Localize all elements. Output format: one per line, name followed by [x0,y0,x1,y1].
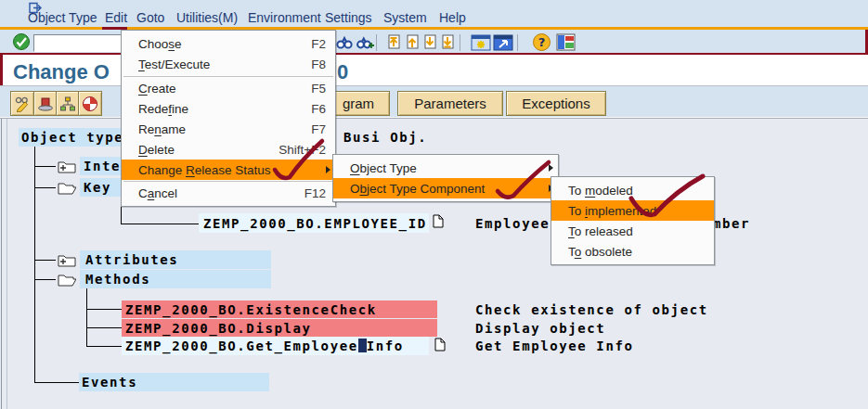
menubar-item-edit[interactable]: Edit [105,9,127,26]
submenu-item-to-obsolete[interactable]: To obsolete [551,241,714,262]
menu-shortcut: F2 [311,37,326,51]
tree-node-methods-label: Methods [85,272,150,287]
menu-item-label: Delete [138,143,175,157]
parameters-button[interactable]: Parameters [397,91,503,116]
menu-shortcut: F5 [311,82,326,96]
tree-node-interfaces-label: Inte [84,159,121,173]
folder-open-icon [58,180,76,198]
tree-line [34,382,80,383]
tree-line [86,309,122,310]
object-hierarchy-button[interactable] [56,91,80,116]
submenu-item-to-released[interactable]: To released [551,221,714,241]
menu-shortcut: F8 [311,58,326,71]
menu-item-create[interactable]: CreateF5 [122,78,335,98]
menu-item-label: Object Type Component [350,182,485,196]
page-title-fragment: 0 [337,60,348,84]
folder-plus-icon [58,159,76,177]
program-button[interactable]: gram [327,91,390,116]
tree-line [121,224,199,224]
menu-item-rename[interactable]: RenameF7 [122,119,335,139]
menu-item-label: Change Release Status [138,163,271,177]
find-icon[interactable] [335,33,354,55]
tree-line [86,346,122,347]
menubar-item-environment[interactable]: Environment [248,9,321,26]
menu-item-delete[interactable]: DeleteShift+F2 [122,139,335,160]
tree-node-events-label: Events [82,375,137,390]
menubar-item-utilities[interactable]: Utilities(M) [176,9,238,26]
menu-item-label: Test/Execute [138,58,210,71]
toolbar-separator [517,34,518,51]
tree-line [86,288,87,347]
panel-left-edge [6,119,7,409]
customize-layout-icon[interactable] [556,33,576,55]
release-status-submenu: Object Type Object Type Component [332,154,559,202]
tree-node-object-type-label: Object type [21,130,123,145]
menu-item-label: To obsolete [568,245,632,259]
key-field-name: ZEMP_2000_BO.EMPLOYEE_ID [203,216,427,231]
tree-node-key-label: Key [84,180,111,195]
method-name-after-cursor: Info [367,339,404,353]
tree-line [86,327,122,328]
method-name: ZEMP_2000_BO.Get_EmployeeInfo [125,339,404,353]
menu-shortcut: F12 [304,186,326,200]
display-change-button[interactable] [10,91,34,116]
tree-line [34,260,56,261]
menu-item-label: Create [138,82,176,96]
toolbar-separator [376,34,377,51]
document-icon[interactable] [434,338,446,355]
menu-item-label: Choose [138,37,182,51]
edit-menu: ChooseF2 Test/ExecuteF8 CreateF5 Redefin… [121,30,336,207]
menu-item-cancel[interactable]: CancelF12 [122,183,335,203]
page-title: Change O [13,60,110,84]
component-status-submenu: To modeled To implemented To released To… [551,176,715,265]
submenu-item-object-type-component[interactable]: Object Type Component [333,178,558,198]
menu-item-choose[interactable]: ChooseF2 [122,33,335,54]
menu-item-test-execute[interactable]: Test/ExecuteF8 [122,54,335,74]
menu-item-label: Object Type [350,161,417,175]
command-field-input[interactable] [33,34,128,52]
submenu-item-to-implemented[interactable]: To implemented [551,200,714,221]
other-object-button[interactable] [33,91,58,116]
enter-icon[interactable] [12,32,31,55]
exceptions-button[interactable]: Exceptions [506,91,606,116]
first-page-icon[interactable] [385,33,402,55]
status-pie-button[interactable] [78,91,102,116]
menu-shortcut: F6 [311,102,326,116]
menu-item-label: Redefine [138,102,188,116]
menu-item-label: To released [568,224,633,238]
sap-window: Object Type Edit Goto Utilities(M) Envir… [0,0,868,409]
folder-open-icon [58,272,76,290]
menu-shortcut: F7 [311,122,326,136]
text-cursor [358,339,367,352]
key-field-desc-right: mber [713,216,750,231]
page-down-icon[interactable] [421,33,438,55]
menu-item-change-release-status[interactable]: Change Release Status [122,160,335,180]
menu-item-label: To modeled [568,184,633,198]
menubar-item-goto[interactable]: Goto [136,9,164,26]
title-left-border [0,55,3,85]
menubar-item-object-type[interactable]: Object Type [28,9,97,26]
method-name: ZEMP_2000_BO.ExistenceCheck [125,302,377,317]
menubar-item-settings[interactable]: Settings [325,9,372,26]
submenu-item-to-modeled[interactable]: To modeled [551,180,714,200]
page-up-icon[interactable] [404,33,421,55]
tree-node-object-type-category: Busi Obj. [343,130,427,145]
tree-line [34,279,56,280]
tree-line [34,147,35,383]
menu-item-label: Cancel [138,186,177,200]
menu-item-label: Rename [138,122,186,136]
menubar-item-help[interactable]: Help [439,9,466,26]
method-name-before-cursor: ZEMP_2000_BO.Get_Employee [125,339,358,353]
folder-plus-icon [58,252,76,271]
tree-line [34,187,56,188]
menubar-item-system[interactable]: System [383,9,427,26]
last-page-icon[interactable] [439,33,456,55]
menu-item-redefine[interactable]: RedefineF6 [122,98,335,119]
document-icon[interactable] [433,214,444,232]
menu-separator [123,181,333,182]
panel-left-edge [1,119,2,409]
method-description: Display object [475,321,605,336]
menu-separator [123,76,333,77]
find-next-icon[interactable] [356,33,374,55]
submenu-item-object-type[interactable]: Object Type [333,158,558,178]
